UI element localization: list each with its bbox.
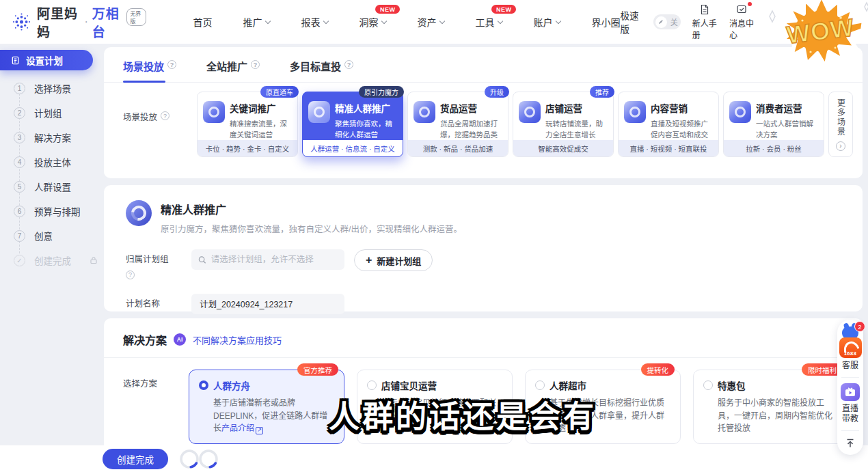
arrow-up-icon [845, 438, 856, 449]
scene-row-label: 场景投放? [123, 92, 197, 157]
brand[interactable]: 阿里妈妈 · 万相台 无界版 [12, 3, 146, 40]
scene-card-shop[interactable]: 推荐 店铺运营 玩转店铺流量，助力全店生意增长 智能高效促成交 [513, 92, 614, 157]
recommend-badge: 官方推荐 [297, 363, 338, 376]
nav-item-promotion[interactable]: 推广 [243, 15, 270, 29]
notification-dot [748, 2, 752, 6]
lock-icon [90, 256, 98, 264]
logo-1688-icon[interactable]: 1688 [839, 337, 862, 358]
newbie-manual-label: 新人手册 [692, 17, 718, 40]
help-icon[interactable]: ? [161, 111, 169, 120]
option-audience-ark[interactable]: 官方推荐 人群方舟 基于店铺潜新老或品牌DEEPLINK，促进全链路人群增长产品… [189, 370, 344, 444]
message-center[interactable]: 消息中心 [729, 4, 755, 40]
radio-selected[interactable] [199, 380, 208, 390]
plan-group-input[interactable] [211, 255, 338, 264]
navbar-right: 极速版 关 新人手册 消息中心 [620, 4, 755, 40]
scene-card-consumer[interactable]: 消费者运营 一站式人群营销解决方案 拉新 · 会员 · 粉丝 [723, 92, 824, 157]
chevron-down-icon [439, 18, 445, 23]
scene-icon [413, 101, 435, 123]
top-navbar: 阿里妈妈 · 万相台 无界版 首页 推广 报表 洞察NEW 资产 工具NEW 账… [0, 0, 868, 44]
option-special-offer[interactable]: 限时福利 特惠包 服务于中小商家的智能投放工具，一键开启，周期内智能优化托管投放 [693, 370, 849, 444]
create-complete-button[interactable]: 创建完成 [103, 449, 168, 469]
chevron-down-icon [556, 18, 561, 23]
nav-item-insight[interactable]: 洞察NEW [359, 15, 386, 29]
scene-card-content[interactable]: 内容营销 直播及短视频推广促内容互动和成交 直播 · 短视频 · 短直联投 [618, 92, 719, 157]
step-target[interactable]: 4投放主体 [0, 150, 103, 174]
check-icon: ✓ [14, 255, 25, 266]
tab-scene-launch[interactable]: 场景投放? [123, 59, 176, 82]
chevron-down-icon [381, 18, 387, 23]
plan-section: 精准人群推广 原引力魔方，聚焦猜你喜欢流量，独有自定义人群/出价，实现精细化人群… [104, 185, 863, 311]
plan-group-row: 归属计划组 ? + 新建计划组 [104, 249, 863, 279]
corner-badge: 推荐 [590, 86, 614, 98]
bottom-action-bar: 创建完成 [0, 445, 868, 472]
help-icon[interactable]: ? [344, 60, 353, 69]
tab-multi-goal[interactable]: 多目标直投? [290, 59, 353, 82]
customer-service-label[interactable]: 客服 [841, 361, 859, 372]
ai-icon: AI [174, 333, 186, 346]
loading-spinners [179, 449, 219, 469]
scene-card-keyword[interactable]: 原直通车 关键词推广 精准搜索流量，深度关键词运营 卡位 · 趋势 · 金卡 ·… [197, 92, 298, 157]
step-creative[interactable]: 7创意 [0, 223, 103, 248]
scene-section: 场景投放? 全站推广? 多目标直投? 场景投放? 原直通车 关键词推广 精准搜索… [104, 47, 863, 178]
divider [841, 430, 859, 431]
nav-item-jiexiaoquan[interactable]: 界小圈 [591, 15, 620, 29]
radio-unselected[interactable] [535, 380, 545, 390]
main-content: 场景投放? 全站推广? 多目标直投? 场景投放? 原直通车 关键词推广 精准搜索… [104, 44, 863, 452]
message-center-label: 消息中心 [729, 17, 755, 40]
corner-badge: 原引力魔方 [359, 86, 404, 98]
step-complete: ✓ 创建完成 [0, 248, 103, 273]
wizard-sidebar: 设置计划 1选择场景 2计划组 3解决方案 4投放主体 5人群设置 6预算与排期… [0, 44, 103, 273]
solution-tips-link[interactable]: 不同解决方案应用技巧 [193, 333, 282, 346]
corner-badge: 原直通车 [260, 86, 299, 98]
live-teaching-icon[interactable] [841, 383, 860, 401]
plan-name-row: 计划名称 [104, 294, 863, 314]
spinner-icon [198, 449, 219, 469]
back-to-top-button[interactable] [845, 438, 856, 449]
new-plan-group-button[interactable]: + 新建计划组 [354, 249, 433, 271]
nav-item-reports[interactable]: 报表 [301, 15, 328, 29]
step-audience[interactable]: 5人群设置 [0, 174, 103, 199]
nav-item-account[interactable]: 账户 [533, 15, 560, 29]
plan-header: 精准人群推广 原引力魔方，聚焦猜你喜欢流量，独有自定义人群/出价，实现精细化人群… [104, 200, 863, 235]
radio-unselected[interactable] [367, 380, 377, 390]
step-choose-scene[interactable]: 1选择场景 [0, 76, 103, 100]
scene-card-precise-audience[interactable]: 原引力魔方 精准人群推广 聚焦猜你喜欢，精细化人群运营 人群运营 · 信息流 ·… [302, 92, 403, 157]
step-budget[interactable]: 6预算与排期 [0, 199, 103, 223]
scene-icon [203, 101, 225, 123]
arrow-right-icon: › [836, 141, 845, 151]
new-badge: NEW [491, 5, 517, 14]
more-scenes-button[interactable]: 更多场景 › [828, 92, 853, 157]
help-icon[interactable]: ? [126, 270, 135, 279]
radio-unselected[interactable] [703, 380, 713, 390]
nav-item-tools[interactable]: 工具NEW [475, 15, 502, 29]
video-subtitle: 人群的话还是会有 [329, 392, 597, 436]
tab-sitewide[interactable]: 全站推广? [206, 59, 260, 82]
clipboard-icon [11, 56, 20, 65]
live-teaching-label[interactable]: 直播带教 [841, 404, 859, 425]
product-intro-link[interactable]: 产品介绍 [221, 424, 254, 433]
scene-cards: 原直通车 关键词推广 精准搜索流量，深度关键词运营 卡位 · 趋势 · 金卡 ·… [197, 92, 853, 157]
solution-header: 解决方案 AI 不同解决方案应用技巧 [104, 318, 863, 358]
scene-icon [624, 101, 646, 123]
mode-tabs: 场景投放? 全站推广? 多目标直投? [104, 47, 863, 83]
plan-group-select[interactable] [191, 249, 344, 270]
scene-icon [308, 101, 330, 123]
scene-icon [729, 101, 751, 123]
quick-version-toggle[interactable]: 关 [653, 14, 681, 29]
new-badge: NEW [375, 5, 401, 14]
step-plan-group[interactable]: 2计划组 [0, 100, 103, 125]
help-icon[interactable]: ? [167, 60, 176, 69]
chevron-down-icon [498, 18, 503, 23]
scene-card-goods[interactable]: 升级 货品运营 货品全周期加速打爆，挖掘趋势品类 测款 · 新品 · 货品加速 [407, 92, 508, 157]
limited-benefit-badge: 限时福利 [802, 363, 843, 376]
step-solution[interactable]: 3解决方案 [0, 125, 103, 150]
sidebar-item-setup-plan[interactable]: 设置计划 [0, 50, 93, 70]
corner-badge: 升级 [485, 86, 509, 98]
plan-name-input[interactable] [191, 294, 344, 314]
newbie-manual[interactable]: 新人手册 [692, 4, 718, 40]
scene-tags: 拉新 · 会员 · 粉丝 [724, 140, 824, 156]
help-icon[interactable]: ? [251, 60, 260, 69]
nav-item-home[interactable]: 首页 [193, 15, 212, 29]
nav-item-assets[interactable]: 资产 [417, 15, 444, 29]
audience-promo-icon [126, 200, 152, 226]
